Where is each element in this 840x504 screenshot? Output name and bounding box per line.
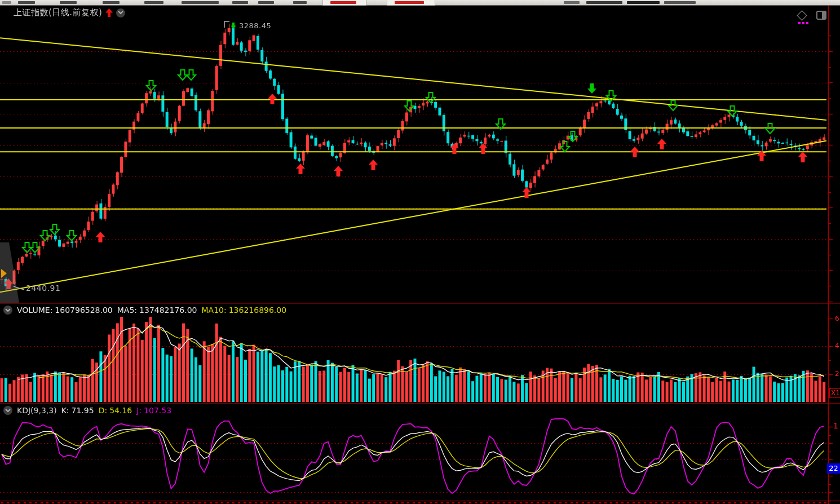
kdj-d-label: D:: [99, 406, 108, 415]
menu-item-fragment[interactable]: [60, 1, 77, 4]
up-arrow-icon: [105, 8, 113, 17]
menu-item-fragment[interactable]: [664, 1, 696, 4]
kdj-k-value: 71.95: [72, 406, 94, 415]
menu-item-red-fragment[interactable]: [395, 1, 424, 4]
menu-bar: [0, 0, 840, 6]
kdj-axis-value-box: 22: [827, 463, 840, 474]
volume-multiplier-box[interactable]: X1: [829, 388, 840, 398]
kdj-j-label: J:: [136, 406, 142, 415]
menu-item-fragment[interactable]: [258, 1, 274, 4]
vol-ma10-value: 136216896.00: [229, 306, 286, 315]
volume-axis-label: 2: [835, 370, 839, 378]
instrument-title: 上证指数(日线.前复权): [14, 7, 102, 18]
app-icon[interactable]: [2, 1, 11, 4]
more-options-dots-icon[interactable]: [798, 22, 808, 24]
trading-app-window: 上证指数(日线.前复权) 3288.45 2440.91 VOLUME: 160…: [0, 0, 840, 504]
peak-price-label: 3288.45: [239, 21, 271, 30]
kdj-j-value: 107.53: [144, 406, 171, 415]
kdj-axis-label: 1: [833, 421, 838, 430]
low-price-label: 2440.91: [26, 284, 60, 293]
kdj-name-label: KDJ(9,3,3): [17, 406, 57, 415]
menu-item-fragment[interactable]: [18, 1, 35, 4]
menu-item-fragment[interactable]: [232, 1, 248, 4]
main-chart-header: 上证指数(日线.前复权): [14, 7, 125, 18]
menu-item-fragment[interactable]: [182, 1, 219, 4]
volume-axis-label: 6: [835, 315, 839, 322]
volume-value: 160796528.00: [55, 306, 112, 315]
volume-collapse-chevron-button[interactable]: [3, 306, 12, 315]
menu-item-fragment[interactable]: [564, 1, 580, 4]
menu-item-fragment[interactable]: [144, 1, 163, 4]
panel-layout-fill: [822, 12, 825, 19]
panel-layout-icon[interactable]: [816, 11, 826, 20]
volume-panel-header: VOLUME: 160796528.00 MA5: 137482176.00 M…: [3, 306, 286, 315]
menu-item-fragment[interactable]: [627, 1, 660, 4]
kdj-d-value: 54.16: [109, 406, 132, 415]
menu-item-fragment[interactable]: [293, 1, 307, 4]
kdj-collapse-chevron-button[interactable]: [3, 406, 12, 415]
menu-item-fragment[interactable]: [586, 1, 622, 4]
volume-label: VOLUME:: [17, 306, 52, 315]
vol-ma5-value: 137482176.00: [139, 306, 197, 315]
kdj-panel-header: KDJ(9,3,3) K: 71.95 D: 54.16 J: 107.53: [3, 406, 171, 415]
menu-item-red-fragment[interactable]: [330, 1, 356, 4]
vol-ma5-label: MA5:: [117, 306, 137, 315]
menu-item-fragment[interactable]: [103, 1, 120, 4]
kdj-k-label: K:: [61, 406, 69, 415]
chart-canvas[interactable]: [0, 0, 840, 504]
collapse-chevron-button[interactable]: [116, 8, 125, 17]
diamond-tool-icon[interactable]: [797, 10, 807, 20]
vol-ma10-label: MA10:: [202, 306, 227, 315]
chart-corner-tools: [797, 10, 826, 26]
volume-axis-label: 4: [835, 342, 839, 350]
